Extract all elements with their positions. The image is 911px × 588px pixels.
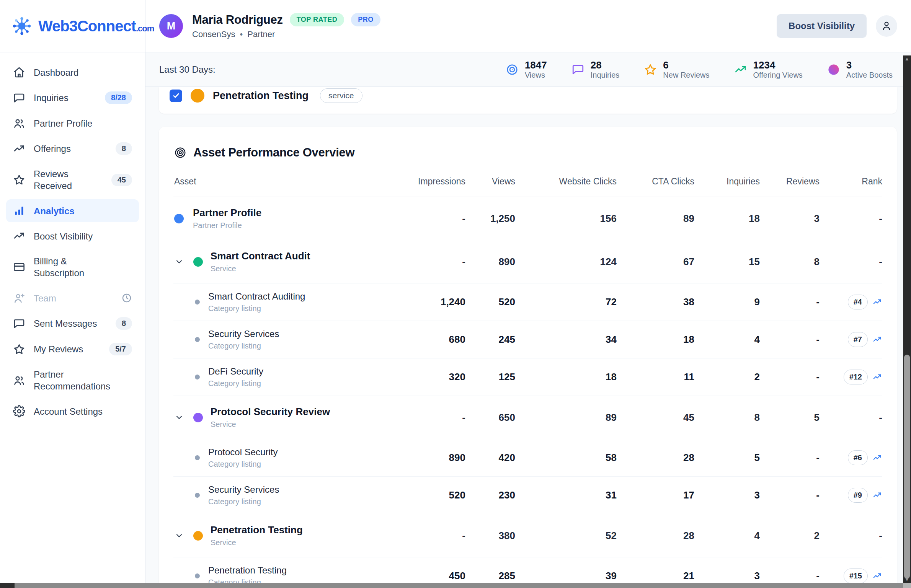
star-icon [13,343,25,355]
sidebar-item-label: Team [34,292,113,304]
avatar[interactable]: M [159,14,183,38]
cta-clicks-value: 89 [617,213,694,225]
cta-clicks-value: 45 [617,412,694,423]
views-value: 285 [465,570,515,582]
sidebar-item-badge: 8/28 [105,91,132,104]
asset-subtitle: Category listing [208,379,263,388]
offering-row[interactable]: Penetration Testing service [159,87,897,109]
inquiries-value: 3 [694,570,760,582]
chevron-down-icon [174,412,184,422]
sidebar-item-label: Partner Recommendations [34,368,117,392]
website-clicks-value: 52 [515,530,617,542]
asset-subtitle: Service [211,538,303,547]
stats-row: 1847 Views 28 Inquiries 6 New Reviews 12… [506,60,897,80]
sidebar-item-partner-profile[interactable]: Partner Profile [6,112,139,135]
sidebar: Web3Connect.com Dashboard Inquiries 8/28… [0,0,145,588]
website-clicks-value: 39 [515,570,617,582]
column-header-cta-clicks: CTA Clicks [617,176,694,187]
gear-icon [13,405,25,417]
views-value: 245 [465,334,515,345]
reviews-value: - [760,334,820,345]
table-row-protocol-security[interactable]: Protocol Security Category listing 890 4… [173,439,882,477]
offering-list-card-clipped: Penetration Testing service [159,87,897,114]
table-row-defi-security[interactable]: DeFi Security Category listing 320 125 1… [173,358,882,396]
rank-badge: #9 [848,488,868,503]
asset-color-dot [195,455,200,460]
asset-subtitle: Service [211,264,310,273]
sidebar-item-partner-recommendations[interactable]: Partner Recommendations [6,363,139,397]
website-clicks-value: 34 [515,334,617,345]
sidebar-item-inquiries[interactable]: Inquiries 8/28 [6,86,139,109]
star-icon [644,63,657,76]
sidebar-item-billing-subscription[interactable]: Billing & Subscription [6,250,139,284]
sidebar-item-sent-messages[interactable]: Sent Messages 8 [6,312,139,335]
vertical-scrollbar[interactable]: ▲ ▼ [903,55,911,583]
impressions-value: 890 [408,452,465,464]
separator-dot: • [240,29,243,39]
users-icon [13,374,25,386]
column-header-inquiries: Inquiries [694,176,760,187]
sidebar-item-boost-visibility[interactable]: Boost Visibility [6,225,139,248]
brand-network-icon [11,15,33,37]
sidebar-item-analytics[interactable]: Analytics [6,199,139,222]
logo[interactable]: Web3Connect.com [0,0,145,52]
stat-label: New Reviews [663,70,709,80]
inquiries-value: 8 [694,412,760,423]
impressions-value: 680 [408,334,465,345]
sidebar-item-offerings[interactable]: Offerings 8 [6,137,139,160]
account-button[interactable] [876,15,897,37]
asset-name: Security Services [208,484,279,495]
target-icon [174,147,186,159]
asset-subtitle: Partner Profile [193,221,261,230]
asset-name: Smart Contract Audit [211,250,310,262]
boost-icon [827,63,840,76]
table-row-smart-contract-auditing[interactable]: Smart Contract Auditing Category listing… [173,283,882,321]
service-tag: service [320,88,362,103]
cta-clicks-value: 67 [617,256,694,268]
asset-color-dot [193,531,203,541]
sidebar-item-reviews-received[interactable]: Reviews Received 45 [6,163,139,197]
table-row-security-services[interactable]: Security Services Category listing 520 2… [173,477,882,514]
sidebar-item-my-reviews[interactable]: My Reviews 5/7 [6,337,139,361]
period-label: Last 30 Days: [159,64,216,75]
profile-identity: Maria Rodriguez TOP RATED PRO ConsenSys … [192,13,380,39]
stat-label: Offering Views [753,70,803,80]
impressions-value: 1,240 [408,296,465,308]
stat-inquiries: 28 Inquiries [571,60,620,80]
sidebar-item-label: Inquiries [34,92,96,104]
views-value: 380 [465,530,515,542]
brand-name: Web3Connect.com [38,18,154,35]
table-row-penetration-testing[interactable]: Penetration Testing Service - 380 52 28 … [173,514,882,557]
horizontal-scrollbar[interactable] [0,583,911,588]
boost-visibility-button[interactable]: Boost Visibility [777,14,867,38]
views-value: 520 [465,296,515,308]
asset-subtitle: Category listing [208,304,305,313]
page-title: Maria Rodriguez [192,13,283,27]
vertical-scrollbar-thumb[interactable] [904,355,910,579]
sidebar-item-label: Partner Profile [34,117,117,129]
horizontal-scrollbar-thumb[interactable] [0,583,15,588]
scroll-up-arrow-icon[interactable]: ▲ [903,55,911,62]
scroll-down-arrow-icon[interactable]: ▼ [903,576,911,583]
checkbox-checked-icon[interactable] [170,90,182,102]
impressions-value: 320 [408,371,465,383]
chat-icon [13,92,25,104]
table-row-protocol-security-review[interactable]: Protocol Security Review Service - 650 8… [173,396,882,439]
sidebar-item-account-settings[interactable]: Account Settings [6,400,139,423]
cta-clicks-value: 11 [617,371,694,383]
table-row-smart-contract-audit[interactable]: Smart Contract Audit Service - 890 124 6… [173,240,882,283]
inquiries-value: 4 [694,530,760,542]
rank-value: - [879,530,882,542]
asset-color-dot [193,257,203,267]
stat-label: Active Boosts [846,70,893,80]
table-row-security-services[interactable]: Security Services Category listing 680 2… [173,321,882,358]
impressions-value: 520 [408,489,465,501]
sidebar-item-team[interactable]: Team [6,287,139,309]
rank-badge: #12 [844,370,868,384]
reviews-value: 2 [760,530,820,542]
table-row-partner-profile[interactable]: Partner Profile Partner Profile - 1,250 … [173,197,882,240]
asset-name: Protocol Security Review [211,406,330,418]
person-icon [881,20,892,33]
trend-up-icon [872,490,882,500]
sidebar-item-dashboard[interactable]: Dashboard [6,61,139,84]
